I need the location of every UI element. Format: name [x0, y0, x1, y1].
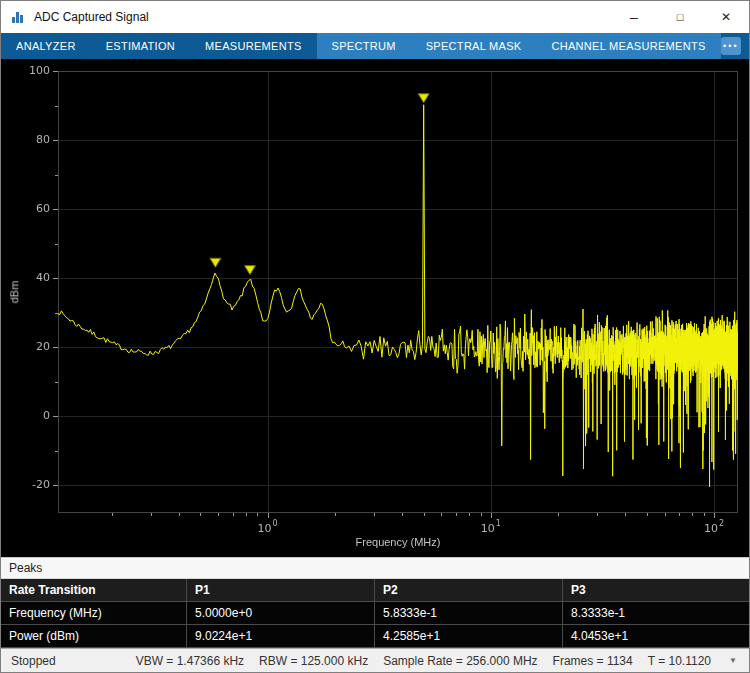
minimize-button[interactable]: – — [611, 1, 657, 33]
peaks-frequency-p2: 5.8333e-1 — [375, 602, 563, 625]
peaks-col-p2: P2 — [375, 579, 563, 602]
status-time: T = 10.1120 — [648, 654, 711, 668]
tab-estimation[interactable]: ESTIMATION — [91, 33, 190, 59]
tab-channel-measurements[interactable]: CHANNEL MEASUREMENTS — [537, 33, 721, 59]
peaks-frequency-p1: 5.0000e+0 — [187, 602, 375, 625]
peaks-panel-title: Peaks — [9, 561, 42, 575]
chevron-down-icon: ▼ — [729, 657, 737, 665]
title-bar: ADC Captured Signal – □ ✕ — [1, 1, 749, 33]
spectrum-chart: dBm Frequency (MHz) — [1, 59, 749, 557]
tab-spectrum[interactable]: SPECTRUM — [317, 33, 411, 59]
close-icon: ✕ — [721, 10, 731, 24]
close-button[interactable]: ✕ — [703, 1, 749, 33]
peaks-col-p3: P3 — [563, 579, 749, 602]
tab-spectral-mask[interactable]: SPECTRAL MASK — [411, 33, 537, 59]
app-icon — [10, 9, 26, 25]
window-title: ADC Captured Signal — [34, 10, 149, 24]
peaks-power-p3: 4.0453e+1 — [563, 625, 749, 648]
peaks-row-power-label: Power (dBm) — [1, 625, 187, 648]
toolstrip-overflow-button[interactable]: ••• — [721, 37, 741, 55]
status-sample-rate: Sample Rate = 256.000 MHz — [383, 654, 537, 668]
ellipsis-icon: ••• — [723, 42, 738, 51]
peaks-col-p1: P1 — [187, 579, 375, 602]
status-expand-button[interactable]: ▼ — [723, 653, 743, 669]
x-axis-label: Frequency (MHz) — [58, 536, 738, 548]
peaks-panel-header: Peaks — [1, 557, 749, 579]
status-rbw: RBW = 125.000 kHz — [259, 654, 368, 668]
peaks-frequency-p3: 8.3333e-1 — [563, 602, 749, 625]
app-window: ADC Captured Signal – □ ✕ ANALYZER ESTIM… — [0, 0, 750, 673]
peaks-power-p2: 4.2585e+1 — [375, 625, 563, 648]
status-state: Stopped — [11, 654, 56, 668]
tab-measurements[interactable]: MEASUREMENTS — [190, 33, 317, 59]
status-frames: Frames = 1134 — [553, 654, 633, 668]
status-bar: Stopped VBW = 1.47366 kHz RBW = 125.000 … — [1, 648, 749, 672]
peaks-power-p1: 9.0224e+1 — [187, 625, 375, 648]
contextual-tab-group: SPECTRUM SPECTRAL MASK CHANNEL MEASUREME… — [317, 33, 721, 59]
peaks-col-signal: Rate Transition — [1, 579, 187, 602]
spectrum-plot-canvas[interactable] — [1, 59, 749, 557]
y-axis-label: dBm — [8, 281, 20, 304]
peaks-table: Rate Transition P1 P2 P3 Frequency (MHz)… — [1, 579, 749, 648]
toolstrip: ANALYZER ESTIMATION MEASUREMENTS SPECTRU… — [1, 33, 749, 59]
minimize-icon: – — [630, 9, 638, 25]
maximize-button[interactable]: □ — [657, 1, 703, 33]
status-vbw: VBW = 1.47366 kHz — [136, 654, 244, 668]
peaks-row-frequency-label: Frequency (MHz) — [1, 602, 187, 625]
window-controls: – □ ✕ — [611, 1, 749, 33]
maximize-icon: □ — [677, 11, 684, 23]
tab-analyzer[interactable]: ANALYZER — [1, 33, 91, 59]
